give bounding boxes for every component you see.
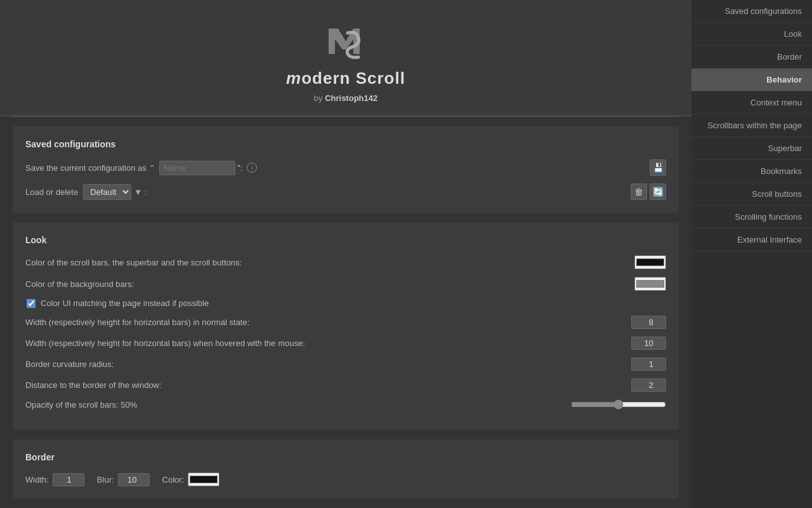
saved-configurations-title: Saved configurations [25, 139, 666, 149]
header: modern Scroll by Christoph142 [0, 0, 691, 116]
config-name-input[interactable] [159, 161, 235, 175]
border-blur-label: Blur: [97, 475, 114, 485]
look-title: Look [25, 235, 666, 245]
scrollbar-color-picker[interactable] [634, 255, 666, 269]
background-color-row: Color of the background bars: [25, 277, 666, 291]
quote-open: " [150, 163, 154, 173]
sidebar-label-scroll-buttons: Scroll buttons [752, 189, 802, 199]
border-title: Border [25, 452, 666, 462]
app-title: modern Scroll [286, 69, 405, 88]
load-config-row: Load or delete Default ▼ : 🗑 🔄 [25, 184, 666, 200]
sidebar: Saved configurations Look Border Behavio… [691, 0, 812, 508]
sidebar-label-behavior: Behavior [766, 75, 802, 84]
save-config-button[interactable]: 💾 [650, 159, 666, 176]
look-section: Look Color of the scroll bars, the super… [13, 222, 679, 430]
sidebar-label-context-menu: Context menu [750, 98, 802, 107]
distance-label: Distance to the border of the window: [25, 380, 631, 390]
width-normal-label: Width (respectively height for horizonta… [25, 318, 631, 327]
app-logo-icon [324, 19, 368, 64]
load-delete-actions: 🗑 🔄 [631, 184, 666, 200]
sidebar-label-saved-configurations: Saved configurations [725, 6, 802, 16]
opacity-row: Opacity of the scroll bars: 50% [25, 399, 666, 410]
width-normal-input[interactable] [631, 316, 666, 329]
border-radius-row: Border curvature radius: [25, 358, 666, 371]
sidebar-label-border: Border [777, 52, 802, 62]
sidebar-item-look[interactable]: Look [691, 23, 812, 46]
app-title-text: odern Scroll [301, 69, 405, 88]
config-select[interactable]: Default [83, 184, 131, 200]
border-width-label: Width: [25, 475, 49, 485]
width-hovered-row: Width (respectively height for horizonta… [25, 337, 666, 350]
logo-container: modern Scroll [13, 19, 679, 88]
sidebar-item-behavior[interactable]: Behavior [691, 69, 812, 91]
sidebar-item-scrollbars-within-page[interactable]: Scrollbars within the page [691, 114, 812, 137]
sidebar-label-external-interface: External Interface [737, 235, 802, 244]
scrollbar-color-label: Color of the scroll bars, the superbar a… [25, 258, 634, 267]
sidebar-item-border[interactable]: Border [691, 46, 812, 69]
info-icon[interactable]: i [247, 163, 257, 173]
reload-config-button[interactable]: 🔄 [650, 184, 666, 200]
border-section: Border Width: Blur: Color: [13, 439, 679, 499]
saved-configurations-section: Saved configurations Save the current co… [13, 126, 679, 213]
sidebar-item-scroll-buttons[interactable]: Scroll buttons [691, 183, 812, 206]
sidebar-item-bookmarks[interactable]: Bookmarks [691, 160, 812, 183]
sidebar-item-external-interface[interactable]: External Interface [691, 229, 812, 251]
sidebar-label-bookmarks: Bookmarks [761, 166, 802, 176]
sidebar-item-superbar[interactable]: Superbar [691, 137, 812, 160]
save-label-text: Save the current configuration as [25, 163, 147, 173]
background-color-picker[interactable] [634, 277, 666, 291]
sidebar-item-scrolling-functions[interactable]: Scrolling functions [691, 206, 812, 229]
color-match-row: Color UI matching the page instead if po… [27, 298, 666, 308]
distance-input[interactable] [631, 378, 666, 392]
save-config-row: Save the current configuration as " ": i… [25, 159, 666, 176]
border-blur-field: Blur: [97, 473, 150, 486]
background-color-label: Color of the background bars: [25, 279, 634, 289]
sidebar-label-scrolling-functions: Scrolling functions [735, 212, 802, 222]
distance-row: Distance to the border of the window: [25, 378, 666, 392]
opacity-label: Opacity of the scroll bars: 50% [25, 400, 571, 410]
width-hovered-input[interactable] [631, 337, 666, 350]
colon-separator: ▼ : [134, 187, 147, 197]
header-divider [13, 116, 679, 117]
sidebar-label-look: Look [784, 29, 802, 39]
app-title-m: m [286, 69, 301, 88]
border-fields-row: Width: Blur: Color: [25, 472, 666, 486]
scrollbar-color-row: Color of the scroll bars, the superbar a… [25, 255, 666, 269]
delete-config-button[interactable]: 🗑 [631, 184, 647, 200]
border-color-field: Color: [162, 472, 220, 486]
sidebar-item-saved-configurations[interactable]: Saved configurations [691, 0, 812, 23]
sidebar-item-context-menu[interactable]: Context menu [691, 91, 812, 114]
subtitle-author: Christoph142 [325, 93, 377, 103]
color-match-checkbox[interactable] [27, 299, 36, 308]
sidebar-label-superbar: Superbar [768, 144, 802, 153]
quote-close: ": [237, 163, 242, 173]
save-actions: 💾 [650, 159, 666, 176]
subtitle-prefix: by [314, 93, 325, 103]
width-hovered-label: Width (respectively height for horizonta… [25, 338, 631, 348]
border-blur-input[interactable] [118, 473, 150, 486]
load-label: Load or delete [25, 187, 78, 197]
save-config-label: Save the current configuration as " [25, 163, 155, 173]
app-subtitle: by Christoph142 [13, 93, 679, 103]
sidebar-label-scrollbars-within-page: Scrollbars within the page [707, 121, 802, 130]
border-color-picker[interactable] [188, 472, 219, 486]
color-match-label: Color UI matching the page instead if po… [41, 298, 209, 308]
opacity-slider[interactable] [571, 399, 666, 410]
main-content: modern Scroll by Christoph142 Saved conf… [0, 0, 691, 508]
border-color-label: Color: [162, 475, 185, 485]
border-width-field: Width: [25, 473, 84, 486]
border-radius-input[interactable] [631, 358, 666, 371]
border-radius-label: Border curvature radius: [25, 359, 631, 369]
width-normal-row: Width (respectively height for horizonta… [25, 316, 666, 329]
border-width-input[interactable] [53, 473, 84, 486]
